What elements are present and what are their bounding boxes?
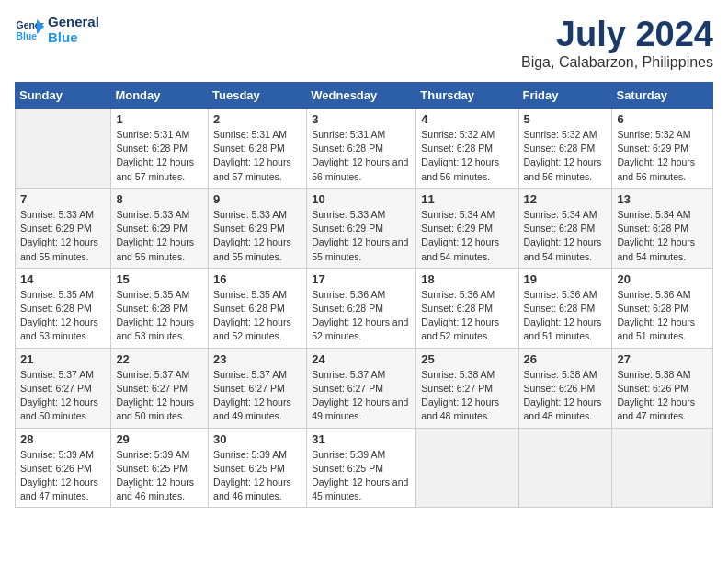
- title-section: July 2024 Biga, Calabarzon, Philippines: [521, 15, 713, 71]
- day-number: 19: [524, 272, 608, 286]
- day-cell: 2Sunrise: 5:31 AMSunset: 6:28 PMDaylight…: [209, 109, 307, 189]
- day-info: Sunrise: 5:39 AMSunset: 6:25 PMDaylight:…: [116, 448, 203, 504]
- page-header: General Blue General Blue July 2024 Biga…: [15, 15, 713, 71]
- week-row: 28Sunrise: 5:39 AMSunset: 6:26 PMDayligh…: [16, 428, 713, 508]
- day-info: Sunrise: 5:38 AMSunset: 6:26 PMDaylight:…: [617, 368, 708, 424]
- day-info: Sunrise: 5:36 AMSunset: 6:28 PMDaylight:…: [312, 288, 411, 344]
- location-title: Biga, Calabarzon, Philippines: [521, 54, 713, 71]
- header-cell-friday: Friday: [518, 83, 612, 109]
- day-cell: 14Sunrise: 5:35 AMSunset: 6:28 PMDayligh…: [16, 268, 111, 348]
- day-info: Sunrise: 5:31 AMSunset: 6:28 PMDaylight:…: [312, 128, 411, 184]
- day-cell: [612, 428, 713, 508]
- day-number: 18: [421, 272, 513, 286]
- day-number: 12: [524, 192, 608, 206]
- header-cell-wednesday: Wednesday: [307, 83, 416, 109]
- day-info: Sunrise: 5:37 AMSunset: 6:27 PMDaylight:…: [312, 368, 411, 424]
- day-cell: 8Sunrise: 5:33 AMSunset: 6:29 PMDaylight…: [111, 188, 209, 268]
- day-number: 10: [312, 192, 411, 206]
- calendar-body: 1Sunrise: 5:31 AMSunset: 6:28 PMDaylight…: [16, 109, 713, 508]
- logo-line2: Blue: [48, 30, 99, 46]
- day-cell: [16, 109, 111, 189]
- day-number: 26: [524, 352, 608, 366]
- day-info: Sunrise: 5:38 AMSunset: 6:26 PMDaylight:…: [524, 368, 608, 424]
- day-cell: 12Sunrise: 5:34 AMSunset: 6:28 PMDayligh…: [518, 188, 612, 268]
- day-cell: [518, 428, 612, 508]
- day-number: 23: [213, 352, 301, 366]
- day-number: 8: [116, 192, 203, 206]
- day-cell: 3Sunrise: 5:31 AMSunset: 6:28 PMDaylight…: [307, 109, 416, 189]
- header-cell-thursday: Thursday: [416, 83, 518, 109]
- day-info: Sunrise: 5:33 AMSunset: 6:29 PMDaylight:…: [116, 208, 203, 264]
- header-cell-sunday: Sunday: [16, 83, 111, 109]
- day-cell: 13Sunrise: 5:34 AMSunset: 6:28 PMDayligh…: [612, 188, 713, 268]
- day-number: 27: [617, 352, 708, 366]
- day-info: Sunrise: 5:32 AMSunset: 6:29 PMDaylight:…: [617, 128, 708, 184]
- day-cell: 15Sunrise: 5:35 AMSunset: 6:28 PMDayligh…: [111, 268, 209, 348]
- day-number: 13: [617, 192, 708, 206]
- day-cell: 25Sunrise: 5:38 AMSunset: 6:27 PMDayligh…: [416, 348, 518, 428]
- logo-text: General Blue: [48, 15, 99, 45]
- day-info: Sunrise: 5:36 AMSunset: 6:28 PMDaylight:…: [524, 288, 608, 344]
- header-cell-tuesday: Tuesday: [209, 83, 307, 109]
- week-row: 1Sunrise: 5:31 AMSunset: 6:28 PMDaylight…: [16, 109, 713, 189]
- day-number: 2: [213, 112, 301, 126]
- day-info: Sunrise: 5:32 AMSunset: 6:28 PMDaylight:…: [524, 128, 608, 184]
- day-number: 7: [20, 192, 106, 206]
- day-number: 14: [20, 272, 106, 286]
- day-number: 5: [524, 112, 608, 126]
- day-info: Sunrise: 5:31 AMSunset: 6:28 PMDaylight:…: [116, 128, 203, 184]
- day-number: 11: [421, 192, 513, 206]
- day-number: 22: [116, 352, 203, 366]
- day-cell: 27Sunrise: 5:38 AMSunset: 6:26 PMDayligh…: [612, 348, 713, 428]
- svg-text:Blue: Blue: [17, 30, 38, 40]
- day-number: 25: [421, 352, 513, 366]
- day-number: 21: [20, 352, 106, 366]
- day-info: Sunrise: 5:31 AMSunset: 6:28 PMDaylight:…: [213, 128, 301, 184]
- logo: General Blue General Blue: [15, 15, 99, 45]
- day-cell: 11Sunrise: 5:34 AMSunset: 6:29 PMDayligh…: [416, 188, 518, 268]
- day-cell: 5Sunrise: 5:32 AMSunset: 6:28 PMDaylight…: [518, 109, 612, 189]
- day-number: 20: [617, 272, 708, 286]
- day-info: Sunrise: 5:38 AMSunset: 6:27 PMDaylight:…: [421, 368, 513, 424]
- day-cell: 1Sunrise: 5:31 AMSunset: 6:28 PMDaylight…: [111, 109, 209, 189]
- day-info: Sunrise: 5:37 AMSunset: 6:27 PMDaylight:…: [213, 368, 301, 424]
- day-info: Sunrise: 5:33 AMSunset: 6:29 PMDaylight:…: [20, 208, 106, 264]
- week-row: 14Sunrise: 5:35 AMSunset: 6:28 PMDayligh…: [16, 268, 713, 348]
- day-cell: 22Sunrise: 5:37 AMSunset: 6:27 PMDayligh…: [111, 348, 209, 428]
- day-number: 15: [116, 272, 203, 286]
- day-cell: 4Sunrise: 5:32 AMSunset: 6:28 PMDaylight…: [416, 109, 518, 189]
- day-cell: 21Sunrise: 5:37 AMSunset: 6:27 PMDayligh…: [16, 348, 111, 428]
- day-cell: 30Sunrise: 5:39 AMSunset: 6:25 PMDayligh…: [209, 428, 307, 508]
- day-cell: 10Sunrise: 5:33 AMSunset: 6:29 PMDayligh…: [307, 188, 416, 268]
- day-cell: 16Sunrise: 5:35 AMSunset: 6:28 PMDayligh…: [209, 268, 307, 348]
- day-cell: 6Sunrise: 5:32 AMSunset: 6:29 PMDaylight…: [612, 109, 713, 189]
- week-row: 7Sunrise: 5:33 AMSunset: 6:29 PMDaylight…: [16, 188, 713, 268]
- day-info: Sunrise: 5:39 AMSunset: 6:25 PMDaylight:…: [213, 448, 301, 504]
- day-number: 9: [213, 192, 301, 206]
- day-info: Sunrise: 5:36 AMSunset: 6:28 PMDaylight:…: [617, 288, 708, 344]
- month-title: July 2024: [521, 15, 713, 54]
- day-number: 16: [213, 272, 301, 286]
- header-cell-saturday: Saturday: [612, 83, 713, 109]
- day-cell: 20Sunrise: 5:36 AMSunset: 6:28 PMDayligh…: [612, 268, 713, 348]
- day-info: Sunrise: 5:34 AMSunset: 6:28 PMDaylight:…: [617, 208, 708, 264]
- day-number: 28: [20, 432, 106, 446]
- day-info: Sunrise: 5:33 AMSunset: 6:29 PMDaylight:…: [312, 208, 411, 264]
- day-number: 6: [617, 112, 708, 126]
- day-cell: 24Sunrise: 5:37 AMSunset: 6:27 PMDayligh…: [307, 348, 416, 428]
- day-cell: 9Sunrise: 5:33 AMSunset: 6:29 PMDaylight…: [209, 188, 307, 268]
- day-number: 29: [116, 432, 203, 446]
- day-number: 31: [312, 432, 411, 446]
- day-cell: 17Sunrise: 5:36 AMSunset: 6:28 PMDayligh…: [307, 268, 416, 348]
- day-info: Sunrise: 5:35 AMSunset: 6:28 PMDaylight:…: [213, 288, 301, 344]
- calendar-header: SundayMondayTuesdayWednesdayThursdayFrid…: [16, 83, 713, 109]
- day-info: Sunrise: 5:34 AMSunset: 6:28 PMDaylight:…: [524, 208, 608, 264]
- day-number: 1: [116, 112, 203, 126]
- day-cell: 26Sunrise: 5:38 AMSunset: 6:26 PMDayligh…: [518, 348, 612, 428]
- day-number: 4: [421, 112, 513, 126]
- day-info: Sunrise: 5:32 AMSunset: 6:28 PMDaylight:…: [421, 128, 513, 184]
- day-cell: [416, 428, 518, 508]
- day-number: 3: [312, 112, 411, 126]
- day-cell: 23Sunrise: 5:37 AMSunset: 6:27 PMDayligh…: [209, 348, 307, 428]
- day-number: 30: [213, 432, 301, 446]
